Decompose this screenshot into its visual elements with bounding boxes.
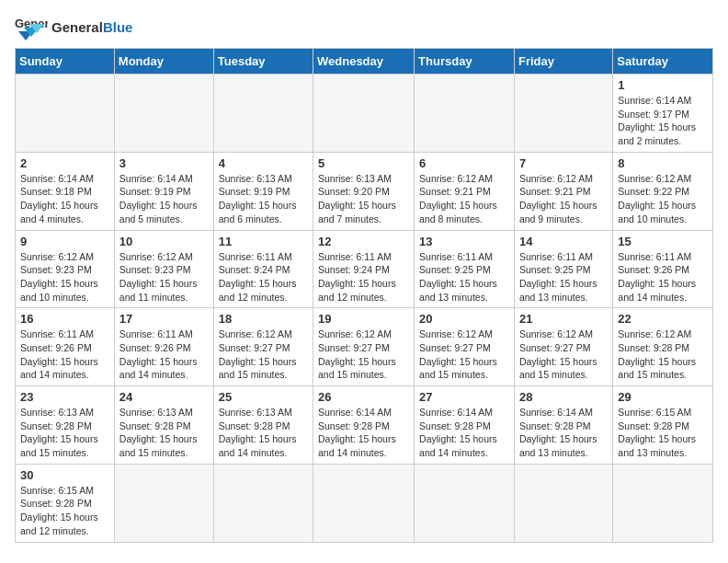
calendar-cell: 12Sunrise: 6:11 AM Sunset: 9:24 PM Dayli… (313, 230, 415, 308)
day-number: 8 (618, 156, 708, 170)
weekday-header: Friday (514, 49, 612, 75)
day-info: Sunrise: 6:12 AM Sunset: 9:22 PM Dayligh… (618, 172, 708, 226)
calendar-cell (213, 75, 313, 153)
weekday-header: Monday (114, 49, 213, 75)
day-number: 26 (318, 390, 409, 404)
day-info: Sunrise: 6:14 AM Sunset: 9:18 PM Dayligh… (20, 172, 109, 226)
calendar-cell: 10Sunrise: 6:12 AM Sunset: 9:23 PM Dayli… (114, 230, 213, 308)
day-number: 12 (318, 235, 409, 248)
day-number: 22 (618, 312, 708, 326)
day-info: Sunrise: 6:12 AM Sunset: 9:23 PM Dayligh… (20, 250, 109, 304)
day-info: Sunrise: 6:14 AM Sunset: 9:28 PM Dayligh… (318, 406, 409, 460)
day-info: Sunrise: 6:12 AM Sunset: 9:27 PM Dayligh… (419, 327, 509, 382)
day-info: Sunrise: 6:11 AM Sunset: 9:25 PM Dayligh… (519, 250, 608, 304)
day-info: Sunrise: 6:12 AM Sunset: 9:27 PM Dayligh… (519, 327, 608, 382)
calendar-cell: 13Sunrise: 6:11 AM Sunset: 9:25 PM Dayli… (415, 230, 515, 308)
day-info: Sunrise: 6:13 AM Sunset: 9:28 PM Dayligh… (119, 406, 209, 460)
day-number: 20 (419, 312, 509, 326)
day-info: Sunrise: 6:14 AM Sunset: 9:17 PM Dayligh… (618, 94, 708, 148)
day-info: Sunrise: 6:15 AM Sunset: 9:28 PM Dayligh… (618, 406, 708, 460)
calendar-cell: 11Sunrise: 6:11 AM Sunset: 9:24 PM Dayli… (213, 230, 313, 308)
day-number: 16 (20, 312, 109, 326)
day-info: Sunrise: 6:14 AM Sunset: 9:28 PM Dayligh… (519, 406, 608, 460)
day-number: 17 (119, 312, 209, 326)
weekday-header: Saturday (613, 49, 713, 75)
day-info: Sunrise: 6:12 AM Sunset: 9:28 PM Dayligh… (618, 327, 708, 382)
calendar-cell: 21Sunrise: 6:12 AM Sunset: 9:27 PM Dayli… (514, 308, 612, 386)
calendar-cell (313, 464, 415, 542)
day-info: Sunrise: 6:13 AM Sunset: 9:20 PM Dayligh… (318, 172, 409, 226)
day-number: 23 (20, 390, 109, 404)
day-number: 5 (318, 156, 409, 170)
day-info: Sunrise: 6:11 AM Sunset: 9:24 PM Dayligh… (219, 250, 308, 304)
day-number: 6 (419, 156, 509, 170)
calendar-cell: 8Sunrise: 6:12 AM Sunset: 9:22 PM Daylig… (613, 152, 713, 230)
day-info: Sunrise: 6:12 AM Sunset: 9:21 PM Dayligh… (419, 172, 509, 226)
day-number: 15 (618, 235, 708, 248)
weekday-header: Thursday (415, 49, 515, 75)
day-number: 30 (20, 468, 109, 482)
calendar-cell (213, 464, 313, 542)
day-info: Sunrise: 6:12 AM Sunset: 9:23 PM Dayligh… (119, 250, 209, 304)
calendar-cell: 3Sunrise: 6:14 AM Sunset: 9:19 PM Daylig… (114, 152, 213, 230)
day-number: 10 (119, 235, 209, 248)
calendar-cell (313, 75, 415, 153)
day-info: Sunrise: 6:11 AM Sunset: 9:26 PM Dayligh… (618, 250, 708, 304)
day-number: 27 (419, 390, 509, 404)
logo: General GeneralBlue (15, 15, 132, 40)
calendar-cell: 7Sunrise: 6:12 AM Sunset: 9:21 PM Daylig… (514, 152, 612, 230)
calendar-cell: 27Sunrise: 6:14 AM Sunset: 9:28 PM Dayli… (415, 386, 515, 465)
page-header: General GeneralBlue (15, 15, 713, 40)
calendar-cell: 17Sunrise: 6:11 AM Sunset: 9:26 PM Dayli… (114, 308, 213, 386)
calendar-cell: 29Sunrise: 6:15 AM Sunset: 9:28 PM Dayli… (613, 386, 713, 465)
day-number: 28 (519, 390, 608, 404)
calendar-cell: 23Sunrise: 6:13 AM Sunset: 9:28 PM Dayli… (16, 386, 115, 465)
weekday-header: Tuesday (213, 49, 313, 75)
day-number: 13 (419, 235, 509, 248)
day-number: 18 (219, 312, 308, 326)
day-number: 21 (519, 312, 608, 326)
day-info: Sunrise: 6:15 AM Sunset: 9:28 PM Dayligh… (20, 484, 109, 538)
calendar-cell (16, 75, 115, 153)
calendar-cell (613, 464, 713, 542)
calendar-cell: 2Sunrise: 6:14 AM Sunset: 9:18 PM Daylig… (16, 152, 115, 230)
day-info: Sunrise: 6:13 AM Sunset: 9:28 PM Dayligh… (20, 406, 109, 460)
weekday-header: Sunday (16, 49, 115, 75)
day-number: 2 (20, 156, 109, 170)
calendar-cell: 15Sunrise: 6:11 AM Sunset: 9:26 PM Dayli… (613, 230, 713, 308)
calendar-cell: 28Sunrise: 6:14 AM Sunset: 9:28 PM Dayli… (514, 386, 612, 465)
calendar-body: 1Sunrise: 6:14 AM Sunset: 9:17 PM Daylig… (16, 75, 713, 543)
calendar-cell: 20Sunrise: 6:12 AM Sunset: 9:27 PM Dayli… (415, 308, 515, 386)
day-number: 4 (219, 156, 308, 170)
day-number: 25 (219, 390, 308, 404)
calendar-cell (114, 464, 213, 542)
calendar-cell (415, 75, 515, 153)
calendar-header: SundayMondayTuesdayWednesdayThursdayFrid… (16, 49, 713, 75)
day-info: Sunrise: 6:11 AM Sunset: 9:26 PM Dayligh… (20, 327, 109, 382)
calendar-cell: 6Sunrise: 6:12 AM Sunset: 9:21 PM Daylig… (415, 152, 515, 230)
weekday-header: Wednesday (313, 49, 415, 75)
day-info: Sunrise: 6:12 AM Sunset: 9:21 PM Dayligh… (519, 172, 608, 226)
day-number: 24 (119, 390, 209, 404)
calendar-cell: 16Sunrise: 6:11 AM Sunset: 9:26 PM Dayli… (16, 308, 115, 386)
day-number: 14 (519, 235, 608, 248)
day-info: Sunrise: 6:11 AM Sunset: 9:25 PM Dayligh… (419, 250, 509, 304)
calendar-cell: 26Sunrise: 6:14 AM Sunset: 9:28 PM Dayli… (313, 386, 415, 465)
day-info: Sunrise: 6:11 AM Sunset: 9:24 PM Dayligh… (318, 250, 409, 304)
day-number: 29 (618, 390, 708, 404)
logo-text: GeneralBlue (51, 20, 132, 36)
calendar-cell (514, 75, 612, 153)
day-number: 1 (618, 78, 708, 92)
calendar-cell (415, 464, 515, 542)
day-info: Sunrise: 6:13 AM Sunset: 9:19 PM Dayligh… (219, 172, 308, 226)
calendar-cell: 1Sunrise: 6:14 AM Sunset: 9:17 PM Daylig… (613, 75, 713, 153)
calendar-cell: 14Sunrise: 6:11 AM Sunset: 9:25 PM Dayli… (514, 230, 612, 308)
calendar-cell: 24Sunrise: 6:13 AM Sunset: 9:28 PM Dayli… (114, 386, 213, 465)
calendar-cell: 22Sunrise: 6:12 AM Sunset: 9:28 PM Dayli… (613, 308, 713, 386)
day-number: 19 (318, 312, 409, 326)
calendar-cell (114, 75, 213, 153)
day-number: 3 (119, 156, 209, 170)
calendar-cell: 18Sunrise: 6:12 AM Sunset: 9:27 PM Dayli… (213, 308, 313, 386)
day-info: Sunrise: 6:14 AM Sunset: 9:28 PM Dayligh… (419, 406, 509, 460)
calendar-cell: 19Sunrise: 6:12 AM Sunset: 9:27 PM Dayli… (313, 308, 415, 386)
